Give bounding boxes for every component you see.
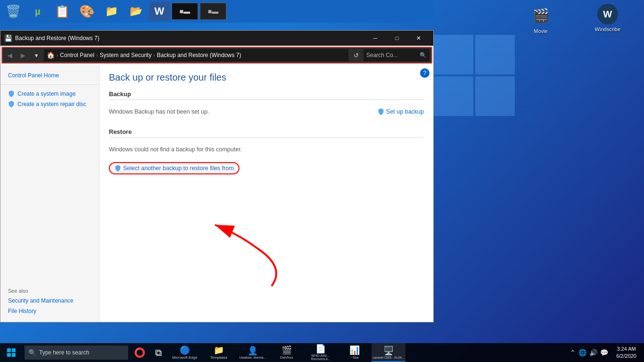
page-title: Back up or restore your files — [109, 72, 424, 83]
templates-icon: 📁 — [214, 345, 224, 355]
backup-content: Windows Backup has not been set up. Set … — [109, 105, 424, 119]
refresh-button[interactable]: ↺ — [350, 49, 362, 61]
content-area: Control Panel Home Create a system image — [0, 65, 433, 322]
control-panel-home-link[interactable]: Control Panel Home — [0, 70, 99, 81]
backup-header: Backup — [109, 90, 424, 100]
svg-rect-3 — [7, 353, 11, 357]
top-taskbar: 🗑️ µ 📋 🎨 📁 📂 W ■▬ ■▬ — [0, 0, 434, 23]
arrow-annotation — [107, 173, 319, 291]
search-box[interactable]: Search Co... 🔍 — [363, 49, 429, 61]
task-view-icon[interactable]: ⧉ — [149, 343, 168, 362]
select-backup-link[interactable]: Select another backup to restore files f… — [109, 162, 239, 174]
restore-section: Restore Windows could not find a backup … — [109, 128, 424, 178]
backup-restore-window: 💾 Backup and Restore (Windows 7) ─ □ ✕ ◀… — [0, 30, 434, 322]
tray-network[interactable]: 🌐 — [578, 349, 586, 356]
templates-label: Templates — [210, 355, 227, 360]
set-up-shield-icon — [378, 108, 384, 115]
tray-volume[interactable]: 🔊 — [589, 349, 597, 356]
sta-taskbar-item[interactable]: 📊 ~Sta — [338, 343, 372, 362]
taskbar-pinned-apps: 🔵 Microsoft Edge 📁 Templates 👤 Uwakwe, I… — [168, 343, 405, 362]
backup-section: Backup Windows Backup has not been set u… — [109, 90, 424, 119]
clock-date: 6/2/2020 — [616, 353, 636, 360]
word-icon[interactable]: W — [149, 2, 170, 21]
who-taskbar-item[interactable]: 📄 WHO-Afric...Recovery.d... — [304, 343, 338, 362]
taskbar-search-text: Type here to search — [39, 349, 89, 356]
set-up-backup-link[interactable]: Set up backup — [378, 108, 424, 115]
backup-note: Windows Backup has not been set up. — [109, 108, 209, 115]
folder2-icon[interactable]: 📂 — [124, 1, 147, 22]
uwakwe-icon: 👤 — [248, 346, 258, 356]
templates-taskbar-item[interactable]: 📁 Templates — [202, 343, 236, 362]
taskbar-clock[interactable]: 3:24 AM 6/2/2020 — [613, 346, 639, 360]
sta-icon: 📊 — [349, 345, 360, 355]
tray-icons: ⌃ 🌐 🔊 💬 — [569, 349, 610, 356]
terminal2-icon[interactable]: ■▬ — [200, 3, 226, 20]
sidebar-divider — [0, 84, 99, 85]
davinci-label: DaVinci — [280, 355, 293, 360]
create-system-image-link[interactable]: Create a system image — [0, 89, 99, 99]
forward-button[interactable]: ▶ — [17, 49, 29, 61]
search-text: Search Co... — [366, 52, 418, 58]
path-current[interactable]: Backup and Restore (Windows 7) — [157, 52, 241, 58]
address-path[interactable]: 🏠 › Control Panel › System and Security … — [44, 49, 348, 61]
svg-rect-2 — [12, 348, 16, 352]
restore-shield-icon — [115, 165, 121, 172]
laravel-icon: 🖥️ — [383, 346, 394, 356]
search-icon[interactable]: 🔍 — [420, 52, 427, 58]
windscribe-desktop-icon[interactable]: W Windscribe — [595, 4, 620, 32]
movie-icon: 🎬 — [529, 4, 552, 26]
help-button[interactable]: ? — [420, 68, 429, 78]
task-view-symbol: ⧉ — [155, 347, 162, 358]
security-maintenance-link[interactable]: Security and Maintenance — [0, 296, 99, 306]
windscribe-icon: W — [597, 4, 618, 25]
title-bar-controls: ─ □ ✕ — [364, 31, 429, 46]
windows-start-icon — [7, 348, 16, 357]
minimize-button[interactable]: ─ — [364, 31, 386, 46]
close-button[interactable]: ✕ — [408, 31, 429, 46]
file-history-link[interactable]: File History — [0, 306, 99, 316]
who-label: WHO-Afric...Recovery.d... — [311, 354, 330, 361]
davinci-icon: 🎬 — [281, 345, 292, 355]
movie-label: Movie — [534, 28, 547, 34]
terminal1-icon[interactable]: ■▬ — [172, 3, 198, 20]
path-system-security[interactable]: System and Security — [99, 52, 151, 58]
app4-icon[interactable]: 🎨 — [75, 1, 98, 22]
restore-header: Restore — [109, 128, 424, 138]
laravel-label: Laravel CMS - N-04... — [372, 356, 405, 359]
window-icon: 💾 — [4, 34, 12, 42]
uwakwe-taskbar-item[interactable]: 👤 Uwakwe, Ikenna... — [236, 343, 270, 362]
dropdown-button[interactable]: ▾ — [31, 49, 42, 61]
window-title: Backup and Restore (Windows 7) — [15, 35, 364, 41]
start-button[interactable] — [0, 343, 23, 362]
shield-icon-1 — [8, 90, 15, 97]
windscribe-label: Windscribe — [595, 26, 620, 32]
restore-content: Windows could not find a backup for this… — [109, 142, 424, 178]
svg-rect-1 — [7, 348, 11, 352]
uwakwe-label: Uwakwe, Ikenna... — [239, 356, 266, 359]
taskbar-right: ⌃ 🌐 🔊 💬 3:24 AM 6/2/2020 — [569, 346, 644, 360]
app3-icon[interactable]: 📋 — [51, 1, 74, 22]
cortana-icon[interactable]: ⭕ — [130, 343, 149, 362]
clock-time: 3:24 AM — [617, 346, 636, 353]
recycle-bin-icon[interactable]: 🗑️ — [2, 1, 25, 22]
edge-taskbar-item[interactable]: 🔵 Microsoft Edge — [168, 343, 202, 362]
maximize-button[interactable]: □ — [386, 31, 408, 46]
taskbar-search-box[interactable]: 🔍 Type here to search — [25, 346, 128, 360]
taskbar-search-icon: 🔍 — [28, 349, 36, 356]
taskbar: 🔍 Type here to search ⭕ ⧉ 🔵 Microsoft Ed… — [0, 343, 644, 362]
create-system-repair-disc-link[interactable]: Create a system repair disc — [0, 99, 99, 109]
restore-note: Windows could not find a backup for this… — [109, 146, 424, 153]
sidebar: Control Panel Home Create a system image — [0, 65, 99, 322]
back-button[interactable]: ◀ — [4, 49, 16, 61]
laravel-taskbar-item[interactable]: 🖥️ Laravel CMS - N-04... — [372, 343, 405, 362]
windows-logo-desktop — [432, 33, 517, 240]
tray-chevron[interactable]: ⌃ — [570, 349, 576, 356]
tray-action-center[interactable]: 💬 — [600, 349, 608, 356]
utorrent-icon[interactable]: µ — [26, 1, 49, 22]
davinci-taskbar-item[interactable]: 🎬 DaVinci — [270, 343, 304, 362]
folder1-icon[interactable]: 📁 — [100, 1, 123, 22]
cortana-circle-icon: ⭕ — [134, 347, 146, 358]
svg-rect-4 — [12, 353, 16, 357]
movie-desktop-icon[interactable]: 🎬 Movie — [529, 4, 552, 34]
path-control-panel[interactable]: Control Panel — [60, 52, 94, 58]
